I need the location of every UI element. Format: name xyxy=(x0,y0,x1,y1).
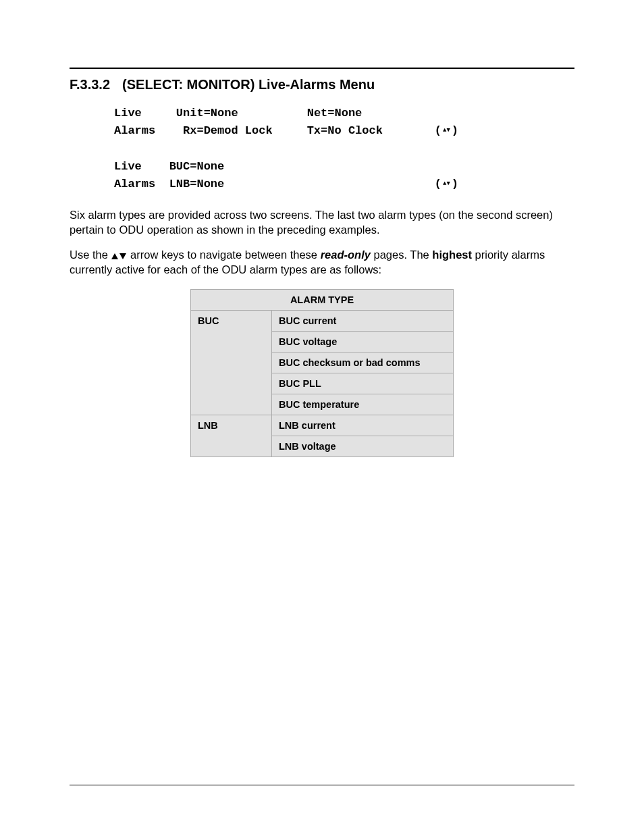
up-down-arrow-keys-icon xyxy=(111,248,127,263)
footer-rule xyxy=(70,785,574,785)
category-cell: LNB xyxy=(191,415,272,457)
item-cell: LNB voltage xyxy=(272,436,454,457)
item-cell: BUC current xyxy=(272,311,454,332)
section-title: (SELECT: MONITOR) Live-Alarms Menu xyxy=(122,77,375,92)
lcd-col: Live xyxy=(114,107,142,120)
table-header: ALARM TYPE xyxy=(191,290,454,311)
lcd-text: Live BUC=None xyxy=(114,158,224,176)
lcd-line-1: Live BUC=None xyxy=(114,158,458,176)
lcd-col: LNB=None xyxy=(169,178,225,190)
lcd-col: Unit=None xyxy=(176,107,238,120)
table-row: LNB LNB current xyxy=(191,415,454,436)
paragraph-1: Six alarm types are provided across two … xyxy=(70,207,574,238)
lcd-col: BUC=None xyxy=(169,160,225,173)
section-heading: F.3.3.2(SELECT: MONITOR) Live-Alarms Men… xyxy=(70,77,574,93)
lcd-line-1: Live Unit=None Net=None xyxy=(114,105,458,122)
item-cell: BUC voltage xyxy=(272,332,454,353)
lcd-text: Alarms LNB=None xyxy=(114,176,224,193)
up-down-arrow-icon: (▲▼) xyxy=(435,122,458,140)
svg-marker-1 xyxy=(119,253,126,259)
text-fragment: pages. The xyxy=(371,249,432,261)
table-row: BUC BUC current xyxy=(191,311,454,332)
text-fragment-bold: highest xyxy=(432,249,472,261)
up-down-arrow-icon: (▲▼) xyxy=(435,176,458,193)
lcd-col: Alarms xyxy=(114,124,155,137)
alarm-type-table: ALARM TYPE BUC BUC current BUC voltage B… xyxy=(190,289,454,457)
lcd-col: Live xyxy=(114,160,142,173)
page-content: F.3.3.2(SELECT: MONITOR) Live-Alarms Men… xyxy=(70,68,574,457)
category-cell: BUC xyxy=(191,311,272,415)
item-cell: LNB current xyxy=(272,415,454,436)
lcd-line-2: Alarms Rx=Demod Lock Tx=No Clock (▲▼) xyxy=(114,122,458,140)
item-cell: BUC PLL xyxy=(272,373,454,394)
text-fragment-emphasis: read-only xyxy=(321,249,371,261)
paragraph-2: Use the arrow keys to navigate between t… xyxy=(70,247,574,278)
text-fragment: arrow keys to navigate between these xyxy=(127,249,320,261)
item-cell: BUC temperature xyxy=(272,394,454,415)
lcd-col: Tx=No Clock xyxy=(307,124,383,137)
lcd-text: Live Unit=None Net=None xyxy=(114,105,362,122)
body-text: Six alarm types are provided across two … xyxy=(70,207,574,457)
lcd-line-2: Alarms LNB=None (▲▼) xyxy=(114,176,458,193)
lcd-col: Alarms xyxy=(114,178,155,190)
lcd-text: Alarms Rx=Demod Lock Tx=No Clock xyxy=(114,122,383,140)
text-fragment: Use the xyxy=(70,249,111,261)
item-cell: BUC checksum or bad comms xyxy=(272,353,454,373)
lcd-screen-2: Live BUC=None Alarms LNB=None (▲▼) xyxy=(114,158,458,192)
lcd-col: Net=None xyxy=(307,107,363,120)
section-number: F.3.3.2 xyxy=(70,77,110,92)
lcd-screen-1: Live Unit=None Net=None Alarms Rx=Demod … xyxy=(114,105,458,139)
lcd-col: Rx=Demod Lock xyxy=(176,124,273,137)
svg-marker-0 xyxy=(111,253,118,259)
